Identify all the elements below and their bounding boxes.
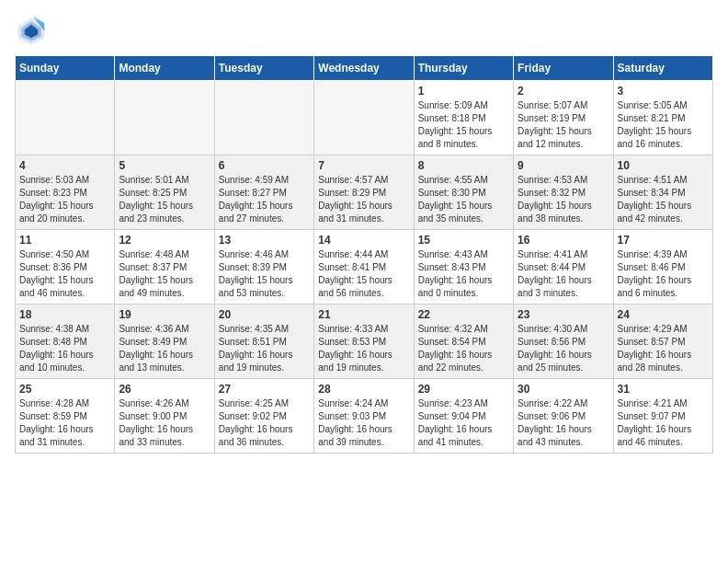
- day-info: Sunrise: 4:53 AM Sunset: 8:32 PM Dayligh…: [518, 174, 609, 225]
- calendar-cell: 12Sunrise: 4:48 AM Sunset: 8:37 PM Dayli…: [115, 230, 214, 304]
- day-info: Sunrise: 4:44 AM Sunset: 8:41 PM Dayligh…: [318, 248, 409, 300]
- day-info: Sunrise: 4:59 AM Sunset: 8:27 PM Dayligh…: [219, 174, 310, 225]
- column-header-wednesday: Wednesday: [314, 56, 414, 81]
- calendar-cell: 16Sunrise: 4:41 AM Sunset: 8:44 PM Dayli…: [514, 230, 613, 304]
- day-number: 16: [518, 234, 609, 247]
- day-number: 13: [219, 234, 310, 247]
- day-info: Sunrise: 4:30 AM Sunset: 8:56 PM Dayligh…: [518, 323, 609, 374]
- logo: [15, 15, 51, 48]
- day-number: 21: [318, 308, 409, 321]
- day-number: 6: [219, 159, 310, 172]
- calendar-cell: [16, 81, 115, 155]
- day-info: Sunrise: 4:24 AM Sunset: 9:03 PM Dayligh…: [318, 397, 409, 449]
- calendar-cell: 4Sunrise: 5:03 AM Sunset: 8:23 PM Daylig…: [16, 155, 115, 230]
- calendar-week-row: 1Sunrise: 5:09 AM Sunset: 8:18 PM Daylig…: [16, 81, 713, 155]
- day-number: 25: [19, 383, 110, 396]
- day-info: Sunrise: 4:41 AM Sunset: 8:44 PM Dayligh…: [518, 248, 609, 300]
- day-number: 24: [618, 308, 709, 321]
- calendar-cell: 8Sunrise: 4:55 AM Sunset: 8:30 PM Daylig…: [414, 155, 513, 230]
- day-info: Sunrise: 4:29 AM Sunset: 8:57 PM Dayligh…: [618, 323, 709, 374]
- day-number: 28: [318, 383, 409, 396]
- day-info: Sunrise: 4:33 AM Sunset: 8:53 PM Dayligh…: [318, 323, 409, 374]
- day-number: 12: [119, 234, 210, 247]
- day-info: Sunrise: 4:46 AM Sunset: 8:39 PM Dayligh…: [219, 248, 310, 300]
- day-info: Sunrise: 4:32 AM Sunset: 8:54 PM Dayligh…: [418, 323, 509, 374]
- day-number: 27: [219, 383, 310, 396]
- day-info: Sunrise: 4:48 AM Sunset: 8:37 PM Dayligh…: [119, 248, 210, 300]
- day-info: Sunrise: 4:36 AM Sunset: 8:49 PM Dayligh…: [119, 323, 210, 374]
- page-header: [15, 15, 713, 48]
- calendar-week-row: 11Sunrise: 4:50 AM Sunset: 8:36 PM Dayli…: [16, 230, 713, 304]
- day-number: 31: [618, 383, 709, 396]
- day-number: 20: [219, 308, 310, 321]
- day-number: 7: [318, 159, 409, 172]
- calendar-cell: 28Sunrise: 4:24 AM Sunset: 9:03 PM Dayli…: [314, 379, 414, 454]
- column-header-friday: Friday: [514, 56, 613, 81]
- calendar-cell: 13Sunrise: 4:46 AM Sunset: 8:39 PM Dayli…: [214, 230, 313, 304]
- day-number: 26: [119, 383, 210, 396]
- calendar-cell: 22Sunrise: 4:32 AM Sunset: 8:54 PM Dayli…: [414, 304, 513, 379]
- day-info: Sunrise: 4:23 AM Sunset: 9:04 PM Dayligh…: [418, 397, 509, 449]
- calendar-cell: [314, 81, 414, 155]
- calendar-cell: 23Sunrise: 4:30 AM Sunset: 8:56 PM Dayli…: [514, 304, 613, 379]
- day-number: 19: [119, 308, 210, 321]
- calendar-cell: 30Sunrise: 4:22 AM Sunset: 9:06 PM Dayli…: [514, 379, 613, 454]
- calendar-table: SundayMondayTuesdayWednesdayThursdayFrid…: [15, 55, 713, 454]
- calendar-cell: 1Sunrise: 5:09 AM Sunset: 8:18 PM Daylig…: [414, 81, 513, 155]
- day-info: Sunrise: 5:05 AM Sunset: 8:21 PM Dayligh…: [618, 99, 709, 151]
- day-info: Sunrise: 4:21 AM Sunset: 9:07 PM Dayligh…: [618, 397, 709, 449]
- calendar-cell: 17Sunrise: 4:39 AM Sunset: 8:46 PM Dayli…: [613, 230, 712, 304]
- day-info: Sunrise: 4:26 AM Sunset: 9:00 PM Dayligh…: [119, 397, 210, 449]
- day-info: Sunrise: 5:07 AM Sunset: 8:19 PM Dayligh…: [518, 99, 609, 151]
- day-info: Sunrise: 4:57 AM Sunset: 8:29 PM Dayligh…: [318, 174, 409, 225]
- calendar-week-row: 4Sunrise: 5:03 AM Sunset: 8:23 PM Daylig…: [16, 155, 713, 230]
- calendar-cell: 15Sunrise: 4:43 AM Sunset: 8:43 PM Dayli…: [414, 230, 513, 304]
- day-info: Sunrise: 4:51 AM Sunset: 8:34 PM Dayligh…: [618, 174, 709, 225]
- day-number: 29: [418, 383, 509, 396]
- calendar-header-row: SundayMondayTuesdayWednesdayThursdayFrid…: [16, 56, 713, 81]
- day-number: 15: [418, 234, 509, 247]
- day-number: 14: [318, 234, 409, 247]
- day-info: Sunrise: 4:28 AM Sunset: 8:59 PM Dayligh…: [19, 397, 110, 449]
- calendar-cell: 9Sunrise: 4:53 AM Sunset: 8:32 PM Daylig…: [514, 155, 613, 230]
- calendar-cell: 29Sunrise: 4:23 AM Sunset: 9:04 PM Dayli…: [414, 379, 513, 454]
- day-info: Sunrise: 5:01 AM Sunset: 8:25 PM Dayligh…: [119, 174, 210, 225]
- calendar-cell: 24Sunrise: 4:29 AM Sunset: 8:57 PM Dayli…: [613, 304, 712, 379]
- day-number: 1: [418, 85, 509, 98]
- calendar-cell: 18Sunrise: 4:38 AM Sunset: 8:48 PM Dayli…: [16, 304, 115, 379]
- column-header-thursday: Thursday: [414, 56, 513, 81]
- calendar-cell: 10Sunrise: 4:51 AM Sunset: 8:34 PM Dayli…: [613, 155, 712, 230]
- calendar-cell: 21Sunrise: 4:33 AM Sunset: 8:53 PM Dayli…: [314, 304, 414, 379]
- calendar-week-row: 25Sunrise: 4:28 AM Sunset: 8:59 PM Dayli…: [16, 379, 713, 454]
- calendar-cell: 26Sunrise: 4:26 AM Sunset: 9:00 PM Dayli…: [115, 379, 214, 454]
- calendar-cell: 25Sunrise: 4:28 AM Sunset: 8:59 PM Dayli…: [16, 379, 115, 454]
- calendar-cell: [214, 81, 313, 155]
- day-info: Sunrise: 4:50 AM Sunset: 8:36 PM Dayligh…: [19, 248, 110, 300]
- day-info: Sunrise: 5:09 AM Sunset: 8:18 PM Dayligh…: [418, 99, 509, 151]
- day-number: 17: [618, 234, 709, 247]
- calendar-cell: 6Sunrise: 4:59 AM Sunset: 8:27 PM Daylig…: [214, 155, 313, 230]
- column-header-monday: Monday: [115, 56, 214, 81]
- calendar-cell: 14Sunrise: 4:44 AM Sunset: 8:41 PM Dayli…: [314, 230, 414, 304]
- day-info: Sunrise: 4:43 AM Sunset: 8:43 PM Dayligh…: [418, 248, 509, 300]
- calendar-cell: 19Sunrise: 4:36 AM Sunset: 8:49 PM Dayli…: [115, 304, 214, 379]
- day-number: 5: [119, 159, 210, 172]
- day-info: Sunrise: 4:35 AM Sunset: 8:51 PM Dayligh…: [219, 323, 310, 374]
- calendar-week-row: 18Sunrise: 4:38 AM Sunset: 8:48 PM Dayli…: [16, 304, 713, 379]
- calendar-cell: 7Sunrise: 4:57 AM Sunset: 8:29 PM Daylig…: [314, 155, 414, 230]
- day-number: 4: [19, 159, 110, 172]
- calendar-cell: 5Sunrise: 5:01 AM Sunset: 8:25 PM Daylig…: [115, 155, 214, 230]
- day-info: Sunrise: 4:55 AM Sunset: 8:30 PM Dayligh…: [418, 174, 509, 225]
- calendar-cell: 2Sunrise: 5:07 AM Sunset: 8:19 PM Daylig…: [514, 81, 613, 155]
- calendar-cell: 11Sunrise: 4:50 AM Sunset: 8:36 PM Dayli…: [16, 230, 115, 304]
- day-info: Sunrise: 4:39 AM Sunset: 8:46 PM Dayligh…: [618, 248, 709, 300]
- column-header-saturday: Saturday: [613, 56, 712, 81]
- day-number: 3: [618, 85, 709, 98]
- day-number: 30: [518, 383, 609, 396]
- day-number: 2: [518, 85, 609, 98]
- calendar-cell: 20Sunrise: 4:35 AM Sunset: 8:51 PM Dayli…: [214, 304, 313, 379]
- day-number: 11: [19, 234, 110, 247]
- day-info: Sunrise: 4:22 AM Sunset: 9:06 PM Dayligh…: [518, 397, 609, 449]
- day-number: 8: [418, 159, 509, 172]
- calendar-cell: 31Sunrise: 4:21 AM Sunset: 9:07 PM Dayli…: [613, 379, 712, 454]
